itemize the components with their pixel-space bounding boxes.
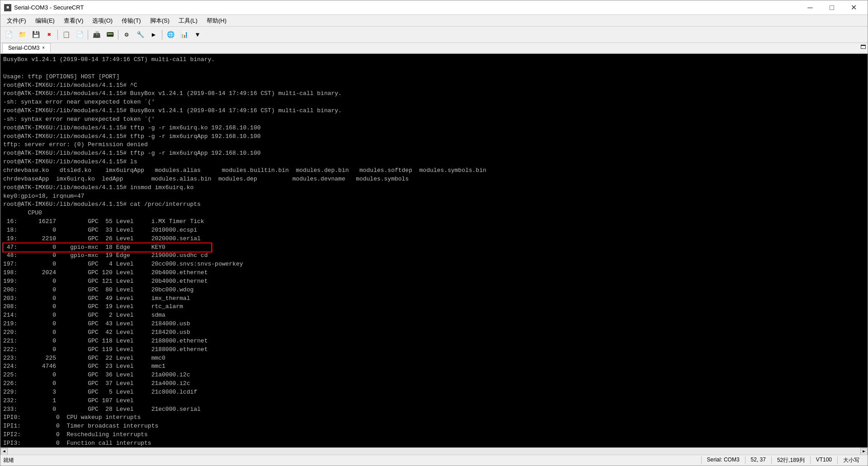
toolbar-btn-8[interactable]: 📟 xyxy=(104,29,116,41)
toolbar-btn-7[interactable]: 📠 xyxy=(90,29,103,41)
status-port: Serial: COM3 xyxy=(701,456,745,464)
toolbar-sep-2 xyxy=(88,30,88,40)
toolbar-sep-1 xyxy=(57,30,58,40)
toolbar-sep-4 xyxy=(162,30,162,40)
close-button[interactable]: ✕ xyxy=(843,1,864,14)
terminal-text: BusyBox v1.24.1 (2019-08-14 17:49:16 CST… xyxy=(3,56,865,447)
main-window: ■ Serial-COM3 - SecureCRT ─ □ ✕ 文件(F) 编辑… xyxy=(0,0,868,466)
toolbar-btn-1[interactable]: 📄 xyxy=(2,29,15,41)
tab-close-icon[interactable]: × xyxy=(42,45,45,50)
menu-bar: 文件(F) 编辑(E) 查看(V) 选项(O) 传输(T) 脚本(S) 工具(L… xyxy=(0,15,868,27)
toolbar: 📄 📁 💾 ✖ 📋 📄 📠 📟 ⚙ 🔧 ▶ 🌐 📊 ▼ xyxy=(0,27,868,43)
toolbar-btn-4[interactable]: ✖ xyxy=(43,29,56,41)
status-right-area: Serial: COM3 52, 37 52行,189列 VT100 大小写 xyxy=(701,456,865,464)
menu-file[interactable]: 文件(F) xyxy=(2,16,31,26)
window-controls: ─ □ ✕ xyxy=(800,1,864,14)
toolbar-sep-3 xyxy=(118,30,118,40)
status-rowcol: 52行,189列 xyxy=(771,456,810,464)
menu-transfer[interactable]: 传输(T) xyxy=(117,16,146,26)
maximize-button[interactable]: □ xyxy=(821,1,842,14)
terminal-output[interactable]: BusyBox v1.24.1 (2019-08-14 17:49:16 CST… xyxy=(0,54,868,447)
toolbar-btn-2[interactable]: 📁 xyxy=(16,29,28,41)
tab-label: Serial-COM3 xyxy=(8,45,39,51)
menu-tools[interactable]: 工具(L) xyxy=(174,16,202,26)
toolbar-btn-14[interactable]: ▼ xyxy=(191,29,204,41)
status-ready: 就绪 xyxy=(3,456,701,464)
toolbar-btn-9[interactable]: ⚙ xyxy=(120,29,133,41)
minimize-button[interactable]: ─ xyxy=(800,1,821,14)
scroll-left-button[interactable]: ◀ xyxy=(0,448,8,455)
scrollbar-track[interactable] xyxy=(8,448,860,455)
menu-edit[interactable]: 编辑(E) xyxy=(31,16,59,26)
toolbar-btn-11[interactable]: ▶ xyxy=(147,29,160,41)
scroll-right-button[interactable]: ▶ xyxy=(860,448,868,455)
menu-help[interactable]: 帮助(H) xyxy=(202,16,231,26)
toolbar-btn-13[interactable]: 📊 xyxy=(178,29,190,41)
toolbar-btn-5[interactable]: 📋 xyxy=(60,29,72,41)
toolbar-btn-3[interactable]: 💾 xyxy=(29,29,42,41)
toolbar-btn-6[interactable]: 📄 xyxy=(73,29,86,41)
status-position: 52, 37 xyxy=(745,456,771,464)
toolbar-btn-10[interactable]: 🔧 xyxy=(134,29,146,41)
window-title: Serial-COM3 - SecureCRT xyxy=(14,4,800,11)
status-terminal-type: VT100 xyxy=(810,456,837,464)
menu-view[interactable]: 查看(V) xyxy=(59,16,88,26)
status-bar: 就绪 Serial: COM3 52, 37 52行,189列 VT100 大小… xyxy=(0,455,868,466)
scrollbar-horizontal[interactable]: ◀ ▶ xyxy=(0,447,868,455)
app-icon: ■ xyxy=(4,4,11,11)
title-bar: ■ Serial-COM3 - SecureCRT ─ □ ✕ xyxy=(0,0,868,15)
tab-serial-com3[interactable]: Serial-COM3 × xyxy=(2,43,51,53)
toolbar-btn-12[interactable]: 🌐 xyxy=(164,29,177,41)
tab-bar: Serial-COM3 × 🗖 xyxy=(0,43,868,54)
status-caps: 大小写 xyxy=(837,456,865,464)
menu-script[interactable]: 脚本(S) xyxy=(146,16,174,26)
menu-options[interactable]: 选项(O) xyxy=(88,16,117,26)
tab-maximize-icon[interactable]: 🗖 xyxy=(860,44,866,51)
